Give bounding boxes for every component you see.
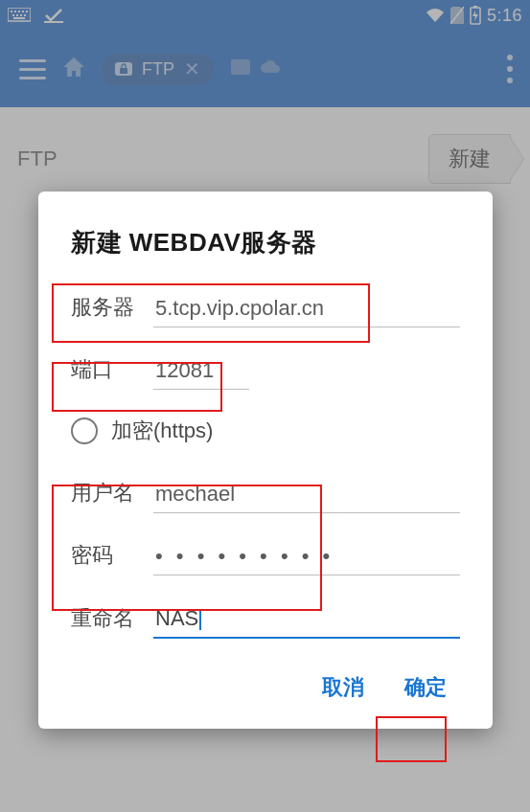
username-label: 用户名 bbox=[71, 479, 153, 513]
password-row: 密码 • • • • • • • • • bbox=[71, 540, 460, 575]
https-checkbox[interactable] bbox=[71, 417, 98, 444]
username-input[interactable] bbox=[153, 478, 460, 513]
rename-row: 重命名 NAS bbox=[71, 602, 460, 639]
https-row: 加密(https) bbox=[71, 417, 460, 445]
webdav-dialog: 新建 WEBDAV服务器 服务器 端口 加密(https) 用户名 密码 • •… bbox=[38, 192, 493, 729]
dialog-title: 新建 WEBDAV服务器 bbox=[71, 226, 460, 259]
rename-label: 重命名 bbox=[71, 604, 153, 639]
password-label: 密码 bbox=[71, 541, 153, 575]
server-row: 服务器 bbox=[71, 292, 460, 327]
port-input[interactable] bbox=[153, 354, 249, 390]
username-row: 用户名 bbox=[71, 478, 460, 513]
cancel-button[interactable]: 取消 bbox=[309, 665, 378, 710]
server-input[interactable] bbox=[153, 292, 460, 327]
port-label: 端口 bbox=[71, 355, 153, 390]
rename-input[interactable]: NAS bbox=[153, 602, 460, 639]
password-input[interactable]: • • • • • • • • • bbox=[153, 540, 460, 575]
port-row: 端口 bbox=[71, 354, 460, 390]
server-label: 服务器 bbox=[71, 293, 153, 327]
https-label: 加密(https) bbox=[111, 417, 213, 445]
ok-button[interactable]: 确定 bbox=[391, 665, 460, 710]
